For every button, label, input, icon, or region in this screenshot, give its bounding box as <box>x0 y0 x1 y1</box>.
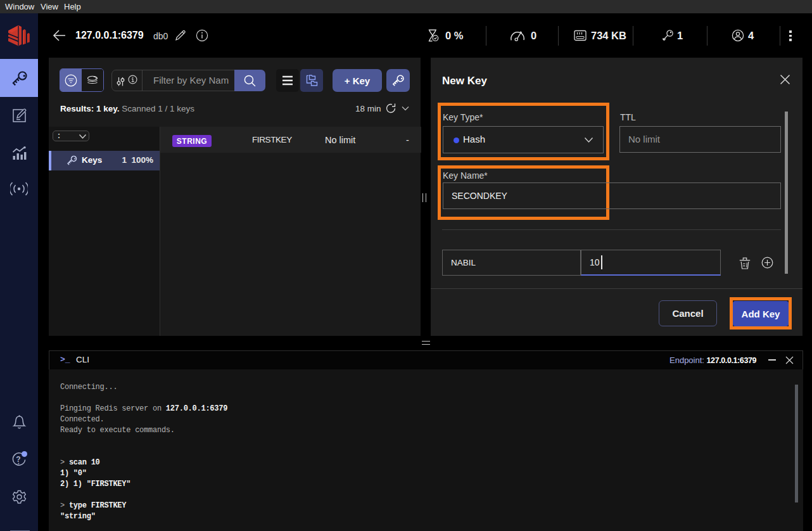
svg-text:?: ? <box>16 455 20 464</box>
